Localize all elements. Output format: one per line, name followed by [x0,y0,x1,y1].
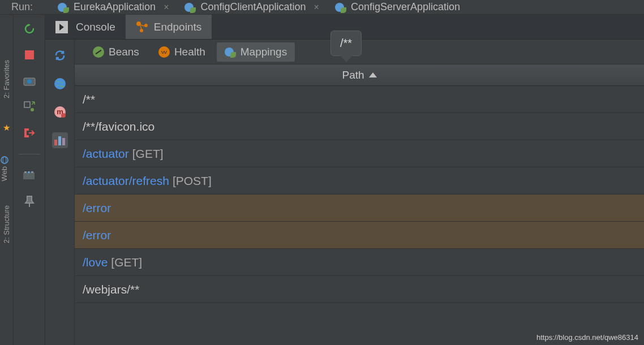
run-tab-eureka[interactable]: EurekaApplication × [50,0,177,14]
globe-icon [0,156,9,165]
endpoints-tab-label: Endpoints [154,21,202,33]
camera-button[interactable] [20,72,39,89]
run-tab-label: ConfigClientApplication [200,1,306,13]
path-cell: /actuator [83,147,129,161]
separator [19,154,40,154]
run-label: Run: [11,1,33,13]
run-tab-label: EurekaApplication [74,1,156,13]
run-tab-label: ConfigServerApplication [351,1,460,13]
svg-point-0 [1,157,8,163]
health-label: Health [174,46,205,58]
run-tab-config-client[interactable]: ConfigClientApplication × [177,0,327,14]
stop-icon [24,49,35,61]
endpoints-tab[interactable]: Endpoints [126,15,212,39]
run-toolbar [14,15,45,345]
svg-point-4 [27,79,32,84]
star-icon: ★ [3,123,10,133]
endpoint-sidebar: m [45,40,75,345]
svg-rect-19 [58,136,61,145]
watermark: https://blog.csdn.net/qwe86314 [536,333,638,342]
beans-tab[interactable]: Beans [85,42,147,62]
table-row[interactable]: /error [75,222,644,249]
threads-icon [23,170,36,180]
mappings-table-body: /**/**/favicon.ico/actuator [GET]/actuat… [75,86,644,345]
svg-point-14 [54,78,66,89]
pin-icon [24,195,35,208]
path-column-header[interactable]: /** Path [75,64,644,86]
method-cell: [GET] [111,256,142,269]
health-icon [158,46,170,58]
table-row[interactable]: /webjars/** [75,276,644,303]
rerun-button[interactable] [20,20,39,37]
close-icon[interactable]: × [164,2,169,12]
path-cell: /**/favicon.ico [83,120,154,133]
pin-button[interactable] [20,193,39,210]
camera-icon [23,76,36,86]
dump-threads-button[interactable] [20,167,39,184]
close-icon[interactable]: × [314,2,319,12]
world-endpoint-button[interactable] [52,76,68,92]
refresh-endpoint-button[interactable] [52,48,68,63]
path-cell: /love [83,256,108,269]
health-tab[interactable]: Health [151,42,213,62]
svg-point-1 [3,157,6,163]
console-tab-label: Console [76,21,115,33]
layout-icon [24,101,35,113]
layout-button[interactable] [20,98,39,115]
path-cell: /** [83,93,95,106]
path-cell: /error [83,228,111,242]
spring-boot-icon [58,2,69,13]
path-cell: /error [83,201,111,215]
svg-rect-10 [31,171,33,173]
run-configurations-bar: Run: EurekaApplication × ConfigClientApp… [0,0,644,15]
svg-rect-5 [24,102,30,107]
beans-icon [93,46,104,58]
table-row[interactable]: /actuator [GET] [75,140,644,167]
svg-point-13 [140,29,143,32]
svg-rect-2 [25,50,34,59]
bar-chart-icon [53,134,67,146]
svg-point-17 [61,113,66,118]
mappings-icon [225,46,236,58]
method-cell: [GET] [132,147,164,161]
table-row[interactable]: /** [75,86,644,113]
tool-window-stripe-left: 2: Favorites ★ Web 2: Structure [0,15,14,345]
table-row[interactable]: /love [GET] [75,249,644,276]
refresh-icon [53,49,67,62]
run-tab-config-server[interactable]: ConfigServerApplication [327,0,468,14]
svg-rect-20 [62,138,65,145]
mappings-tab[interactable]: Mappings [217,42,295,62]
svg-rect-8 [24,171,27,173]
table-row[interactable]: /actuator/refresh [POST] [75,167,644,195]
rerun-icon [23,22,36,36]
console-toggle-icon [55,21,68,33]
path-cell: /actuator/refresh [83,174,169,188]
tooltip: /** [330,31,362,56]
m-endpoint-button[interactable]: m [52,104,68,120]
header-label: Path [342,69,364,81]
svg-rect-9 [28,171,30,173]
web-tool-button[interactable]: Web [0,156,13,183]
table-row[interactable]: /**/favicon.ico [75,113,644,140]
m-badge-icon: m [54,106,66,118]
structure-tool-button[interactable]: 2: Structure [2,205,11,245]
sort-ascending-icon [369,72,377,77]
table-row[interactable]: /error [75,195,644,222]
stop-button[interactable] [20,46,39,63]
svg-point-12 [144,24,148,27]
chart-endpoint-button[interactable] [52,132,68,148]
exit-button[interactable] [20,124,39,141]
spring-boot-icon [184,2,196,13]
svg-rect-18 [54,140,57,145]
svg-rect-7 [23,172,35,179]
spring-boot-icon [335,2,346,13]
mappings-label: Mappings [241,46,287,58]
console-tab[interactable]: Console [45,15,126,39]
method-cell: [POST] [173,174,212,188]
endpoints-icon [136,21,149,33]
path-cell: /webjars/** [83,283,139,296]
favorites-tool-button[interactable]: 2: Favorites [2,60,11,100]
svg-point-6 [31,108,34,111]
world-icon [54,77,66,90]
exit-icon [23,127,36,139]
